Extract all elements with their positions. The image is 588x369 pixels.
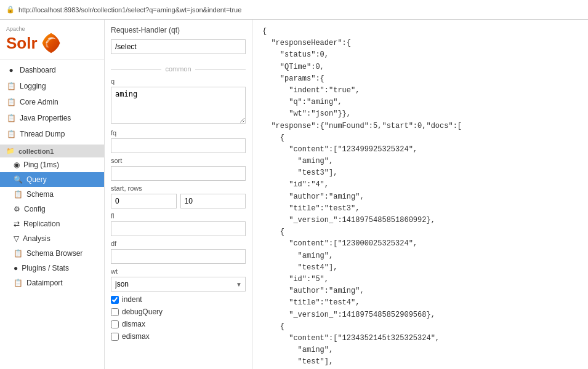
sidebar-sub-item-analysis[interactable]: ▽ Analysis (0, 231, 104, 246)
lock-icon: 🔒 (6, 6, 15, 14)
debug-query-row[interactable]: debugQuery (111, 308, 246, 316)
url-text: http://localhost:8983/solr/collection1/s… (18, 6, 241, 14)
indent-label: indent (122, 295, 142, 304)
dismax-checkbox[interactable] (111, 320, 119, 328)
sidebar-item-label: Core Admin (20, 98, 58, 106)
replication-icon: ⇄ (14, 220, 20, 228)
sidebar-sub-item-plugins-stats[interactable]: ● Plugins / Stats (0, 261, 104, 276)
config-icon: ⚙ (14, 205, 20, 213)
ping-icon: ◉ (14, 161, 20, 169)
df-input[interactable] (111, 249, 246, 264)
sub-item-label: Ping (1ms) (23, 161, 59, 169)
sidebar-sub-item-replication[interactable]: ⇄ Replication (0, 216, 104, 231)
sub-item-label: Plugins / Stats (22, 264, 69, 272)
sub-item-label: Analysis (23, 234, 50, 243)
debug-query-checkbox[interactable] (111, 308, 119, 316)
dismax-label: dismax (122, 320, 145, 328)
indent-row[interactable]: indent (111, 295, 246, 304)
url-bar: 🔒 http://localhost:8983/solr/collection1… (0, 0, 588, 20)
java-properties-icon: 📋 (6, 114, 16, 122)
indent-checkbox[interactable] (111, 296, 119, 304)
thread-dump-icon: 📋 (6, 130, 16, 138)
sidebar-item-label: Java Properties (20, 114, 71, 122)
common-divider: common (111, 65, 246, 73)
sidebar-item-logging[interactable]: 📋 Logging (0, 78, 104, 94)
sidebar-logo: Apache Solr (0, 20, 104, 60)
solr-label: Solr (6, 35, 38, 51)
edismax-label: edismax (122, 332, 150, 341)
plugins-stats-icon: ● (14, 264, 18, 272)
dismax-row[interactable]: dismax (111, 320, 246, 328)
edismax-checkbox[interactable] (111, 333, 119, 341)
collection-header[interactable]: 📁 collection1 (0, 145, 104, 157)
sidebar-item-core-admin[interactable]: 📋 Core Admin (0, 94, 104, 110)
analysis-icon: ▽ (14, 234, 19, 243)
handler-input[interactable] (111, 39, 246, 54)
sidebar-nav: ● Dashboard 📋 Logging 📋 Core Admin 📋 Jav… (0, 60, 104, 145)
q-input[interactable] (111, 87, 246, 124)
sidebar-sub-item-query[interactable]: 🔍 Query (0, 172, 104, 187)
dataimport-icon: 📋 (14, 279, 23, 287)
fq-input[interactable] (111, 138, 246, 153)
sub-item-label: Query (26, 175, 47, 184)
collection-name: collection1 (18, 148, 54, 155)
apache-label: Apache (6, 26, 98, 32)
sub-item-label: Dataimport (26, 279, 63, 287)
rows-input[interactable] (180, 194, 246, 208)
fq-label: fq (111, 129, 246, 137)
schema-icon: 📋 (14, 190, 23, 199)
common-label: common (161, 65, 195, 73)
sidebar-sub-item-schema[interactable]: 📋 Schema (0, 187, 104, 202)
sidebar-sub-item-dataimport[interactable]: 📋 Dataimport (0, 276, 104, 290)
query-panel: Request-Handler (qt) common q fq sort st… (105, 20, 252, 369)
start-input[interactable] (111, 194, 177, 208)
dashboard-icon: ● (6, 66, 16, 74)
start-rows-label: start, rows (111, 184, 246, 192)
fl-label: fl (111, 212, 246, 220)
sub-item-label: Schema Browser (26, 249, 83, 258)
sidebar-item-java-properties[interactable]: 📋 Java Properties (0, 110, 104, 126)
sidebar-item-thread-dump[interactable]: 📋 Thread Dump (0, 126, 104, 142)
wt-label: wt (111, 268, 246, 275)
edismax-row[interactable]: edismax (111, 332, 246, 341)
q-label: q (111, 77, 246, 85)
sidebar-item-label: Dashboard (20, 66, 56, 74)
core-admin-icon: 📋 (6, 98, 16, 106)
sort-input[interactable] (111, 166, 246, 181)
df-label: df (111, 240, 246, 247)
sidebar-item-label: Thread Dump (20, 130, 65, 138)
collection-sub-nav: ◉ Ping (1ms) 🔍 Query 📋 Schema ⚙ Config ⇄… (0, 157, 104, 290)
query-icon: 🔍 (14, 175, 23, 184)
sidebar-item-dashboard[interactable]: ● Dashboard (0, 62, 104, 78)
collection-icon: 📁 (6, 147, 15, 155)
sidebar: Apache Solr (0, 20, 105, 369)
sub-item-label: Schema (26, 190, 54, 199)
sidebar-item-label: Logging (20, 82, 46, 90)
wt-select-wrapper: json xml python ruby php csv ▼ (111, 277, 246, 292)
panel-title: Request-Handler (qt) (111, 26, 246, 34)
wt-select[interactable]: json xml python ruby php csv (111, 277, 246, 292)
fl-input[interactable] (111, 221, 246, 236)
json-panel: { "responseHeader":{ "status":0, "QTime"… (252, 20, 588, 369)
sidebar-sub-item-schema-browser[interactable]: 📋 Schema Browser (0, 246, 104, 261)
sidebar-sub-item-ping[interactable]: ◉ Ping (1ms) (0, 157, 104, 172)
logging-icon: 📋 (6, 82, 16, 90)
sub-item-label: Replication (23, 220, 60, 228)
sort-label: sort (111, 157, 246, 164)
schema-browser-icon: 📋 (14, 249, 23, 258)
sidebar-sub-item-config[interactable]: ⚙ Config (0, 202, 104, 216)
debug-query-label: debugQuery (122, 308, 163, 316)
json-output: { "responseHeader":{ "status":0, "QTime"… (252, 20, 588, 369)
sub-item-label: Config (24, 205, 46, 213)
solr-logo-icon (40, 32, 62, 54)
